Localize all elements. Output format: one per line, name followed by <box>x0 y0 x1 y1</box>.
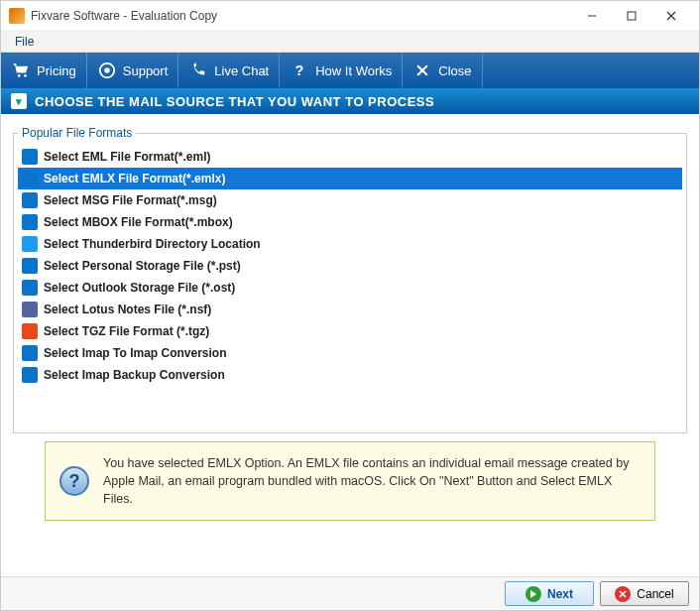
info-icon: ? <box>59 466 89 496</box>
format-label: Select Imap To Imap Conversion <box>44 346 227 360</box>
maximize-icon <box>627 11 637 21</box>
close-x-icon <box>412 61 432 80</box>
next-button-label: Next <box>547 587 573 601</box>
close-window-button[interactable] <box>651 2 691 30</box>
cancel-button-label: Cancel <box>637 587 673 601</box>
format-label: Select Personal Storage File (*.pst) <box>44 259 241 273</box>
formats-legend: Popular File Formats <box>18 126 136 140</box>
format-icon <box>22 214 38 230</box>
toolbar-livechat-label: Live Chat <box>214 63 269 78</box>
toolbar-livechat[interactable]: Live Chat <box>178 53 280 88</box>
app-icon <box>9 8 25 24</box>
format-item[interactable]: Select TGZ File Format (*.tgz) <box>18 320 682 342</box>
svg-point-4 <box>18 74 21 77</box>
toolbar-pricing[interactable]: Pricing <box>1 53 87 88</box>
format-label: Select Outlook Storage File (*.ost) <box>44 281 235 295</box>
format-icon <box>22 323 38 339</box>
toolbar-support-label: Support <box>123 63 169 78</box>
format-label: Select MSG File Format(*.msg) <box>44 193 217 207</box>
format-label: Select EML File Format(*.eml) <box>44 150 211 164</box>
format-item[interactable]: Select Imap To Imap Conversion <box>18 342 682 364</box>
format-label: Select Lotus Notes File (*.nsf) <box>44 303 211 316</box>
format-label: Select Thunderbird Directory Location <box>44 237 261 251</box>
menu-file[interactable]: File <box>7 33 42 51</box>
support-icon <box>97 61 117 80</box>
cancel-button[interactable]: Cancel <box>600 581 689 606</box>
formats-list: Select EML File Format(*.eml)Select EMLX… <box>18 146 682 386</box>
format-icon <box>22 367 38 383</box>
format-label: Select MBOX File Format(*.mbox) <box>44 215 233 229</box>
format-icon <box>22 345 38 361</box>
info-text: You have selected EMLX Option. An EMLX f… <box>103 454 641 508</box>
format-item[interactable]: Select Imap Backup Conversion <box>18 364 682 386</box>
format-item[interactable]: Select EML File Format(*.eml) <box>18 146 682 168</box>
format-item[interactable]: Select EMLX File Format(*.emlx) <box>18 168 682 189</box>
svg-point-7 <box>104 67 109 72</box>
svg-text:?: ? <box>295 62 304 78</box>
format-label: Select TGZ File Format (*.tgz) <box>44 324 209 338</box>
svg-rect-1 <box>628 12 636 20</box>
menubar: File <box>1 31 699 53</box>
arrow-right-icon <box>525 586 541 602</box>
format-item[interactable]: Select MSG File Format(*.msg) <box>18 189 682 211</box>
format-icon <box>22 236 38 252</box>
section-header-icon: ▾ <box>11 93 27 109</box>
format-item[interactable]: Select Personal Storage File (*.pst) <box>18 255 682 277</box>
minimize-button[interactable] <box>572 2 612 30</box>
phone-icon <box>188 61 208 80</box>
format-icon <box>22 192 38 208</box>
format-icon <box>22 258 38 274</box>
format-icon <box>22 149 38 165</box>
toolbar-howitworks[interactable]: ? How It Works <box>280 53 403 88</box>
format-label: Select EMLX File Format(*.emlx) <box>44 172 225 185</box>
titlebar: Fixvare Software - Evaluation Copy <box>1 1 699 31</box>
formats-group: Popular File Formats Select EML File For… <box>13 126 687 433</box>
next-button[interactable]: Next <box>505 581 594 606</box>
format-icon <box>22 280 38 296</box>
content-area: Popular File Formats Select EML File For… <box>1 114 699 533</box>
cart-icon <box>11 61 31 80</box>
format-item[interactable]: Select Thunderbird Directory Location <box>18 233 682 255</box>
toolbar-howitworks-label: How It Works <box>315 63 392 78</box>
format-item[interactable]: Select MBOX File Format(*.mbox) <box>18 211 682 233</box>
minimize-icon <box>587 11 597 21</box>
section-header: ▾ CHOOSE THE MAIL SOURCE THAT YOU WANT T… <box>1 88 699 114</box>
format-item[interactable]: Select Lotus Notes File (*.nsf) <box>18 299 682 320</box>
section-header-label: CHOOSE THE MAIL SOURCE THAT YOU WANT TO … <box>35 94 434 109</box>
cancel-icon <box>615 586 631 602</box>
window-title: Fixvare Software - Evaluation Copy <box>31 9 572 23</box>
toolbar-pricing-label: Pricing <box>37 63 76 78</box>
maximize-button[interactable] <box>612 2 651 30</box>
toolbar-close[interactable]: Close <box>403 53 482 88</box>
toolbar-support[interactable]: Support <box>87 53 179 88</box>
close-icon <box>666 11 676 21</box>
format-icon <box>22 171 38 186</box>
question-icon: ? <box>290 61 309 80</box>
format-item[interactable]: Select Outlook Storage File (*.ost) <box>18 277 682 299</box>
format-label: Select Imap Backup Conversion <box>44 368 225 382</box>
toolbar: Pricing Support Live Chat ? How It Works… <box>1 53 699 88</box>
footer-bar: Next Cancel <box>1 576 699 610</box>
svg-point-5 <box>24 74 27 77</box>
format-icon <box>22 302 38 317</box>
toolbar-close-label: Close <box>438 63 471 78</box>
info-box: ? You have selected EMLX Option. An EMLX… <box>45 441 655 521</box>
